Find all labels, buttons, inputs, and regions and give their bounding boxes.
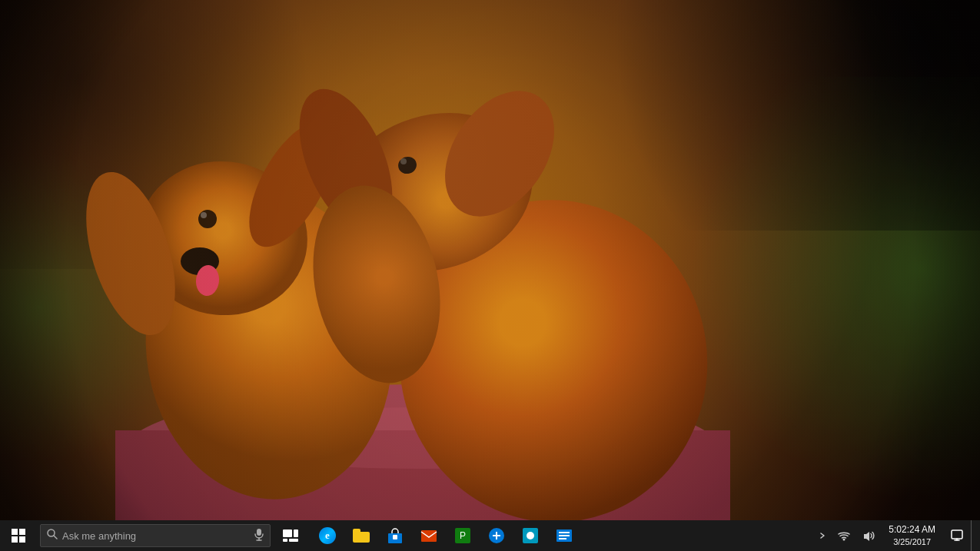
pinned-app-edge[interactable]: e [311, 520, 344, 551]
app8-icon [555, 526, 573, 545]
svg-rect-22 [952, 530, 962, 539]
store-icon [386, 526, 404, 545]
action-center-button[interactable] [943, 520, 971, 551]
svg-rect-6 [294, 529, 298, 537]
task-view-button[interactable] [274, 520, 307, 551]
svg-rect-5 [283, 529, 292, 537]
pinned-app-store[interactable] [378, 520, 412, 551]
svg-rect-8 [289, 539, 298, 542]
date-display: 3/25/2017 [893, 536, 931, 547]
desktop [0, 0, 980, 520]
pinned-app-4[interactable] [412, 520, 446, 551]
search-placeholder-text: Ask me anything [62, 530, 250, 542]
pinned-app-file-explorer[interactable] [344, 520, 378, 551]
clock-area[interactable]: 5:02:24 AM 3/25/2017 [881, 520, 943, 551]
svg-rect-18 [559, 532, 570, 533]
file-explorer-icon [352, 526, 370, 545]
show-desktop-button[interactable] [971, 520, 977, 551]
svg-rect-2 [257, 529, 261, 536]
svg-rect-11 [421, 530, 437, 542]
svg-rect-19 [559, 535, 570, 536]
system-tray: 5:02:24 AM 3/25/2017 [813, 520, 980, 551]
tray-overflow-button[interactable] [813, 520, 832, 551]
app6-icon [487, 526, 506, 545]
time-display: 5:02:24 AM [889, 524, 935, 536]
wallpaper [0, 0, 980, 520]
pinned-apps-container: e [311, 520, 813, 551]
pinned-app-7[interactable] [513, 520, 547, 551]
svg-rect-20 [559, 538, 566, 539]
svg-line-1 [54, 536, 57, 539]
network-icon[interactable] [832, 520, 856, 551]
svg-rect-10 [393, 535, 397, 539]
microphone-icon[interactable] [254, 529, 264, 543]
app4-icon [420, 526, 438, 545]
volume-icon[interactable] [856, 520, 881, 551]
svg-point-16 [527, 532, 534, 539]
search-bar[interactable]: Ask me anything [40, 524, 271, 547]
svg-text:P: P [460, 530, 466, 541]
svg-point-21 [843, 539, 845, 541]
svg-rect-7 [283, 539, 287, 542]
pinned-app-6[interactable] [480, 520, 513, 551]
app7-icon [521, 526, 540, 545]
search-icon [47, 529, 58, 543]
pinned-app-8[interactable] [547, 520, 581, 551]
taskbar: Ask me anything e [0, 520, 980, 551]
start-button[interactable] [0, 520, 37, 551]
edge-icon: e [319, 527, 336, 544]
app5-icon: P [453, 526, 472, 545]
pinned-app-5[interactable]: P [446, 520, 480, 551]
task-view-icon [283, 529, 298, 542]
windows-logo-icon [12, 529, 25, 543]
